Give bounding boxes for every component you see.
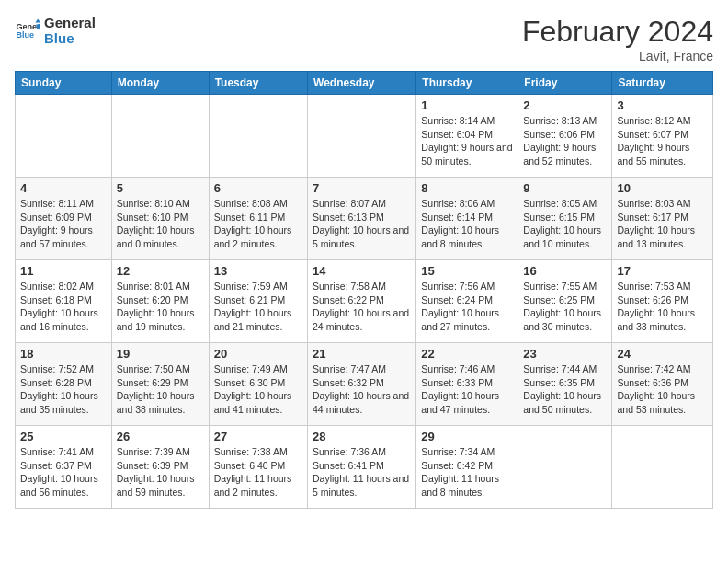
day-cell: 15Sunrise: 7:56 AMSunset: 6:24 PMDayligh… — [416, 260, 518, 343]
day-cell — [612, 426, 713, 509]
day-number: 19 — [117, 347, 204, 361]
calendar-table: SundayMondayTuesdayWednesdayThursdayFrid… — [15, 71, 713, 509]
day-cell — [518, 426, 612, 509]
day-info: Sunrise: 7:50 AMSunset: 6:29 PMDaylight:… — [117, 362, 204, 417]
day-info: Sunrise: 8:07 AMSunset: 6:13 PMDaylight:… — [313, 197, 411, 251]
day-info: Sunrise: 7:46 AMSunset: 6:33 PMDaylight:… — [421, 362, 513, 417]
day-info: Sunrise: 7:39 AMSunset: 6:39 PMDaylight:… — [117, 445, 204, 500]
week-row-4: 18Sunrise: 7:52 AMSunset: 6:28 PMDayligh… — [16, 343, 713, 426]
day-info: Sunrise: 8:12 AMSunset: 6:07 PMDaylight:… — [617, 114, 708, 168]
day-number: 24 — [617, 347, 708, 361]
day-info: Sunrise: 7:58 AMSunset: 6:22 PMDaylight:… — [313, 280, 411, 334]
day-number: 17 — [617, 264, 708, 278]
day-number: 5 — [117, 181, 204, 195]
day-cell: 12Sunrise: 8:01 AMSunset: 6:20 PMDayligh… — [111, 260, 209, 343]
column-header-wednesday: Wednesday — [308, 72, 416, 95]
day-cell: 28Sunrise: 7:36 AMSunset: 6:41 PMDayligh… — [308, 426, 416, 509]
day-cell: 16Sunrise: 7:55 AMSunset: 6:25 PMDayligh… — [518, 260, 612, 343]
day-info: Sunrise: 8:06 AMSunset: 6:14 PMDaylight:… — [421, 197, 513, 251]
day-cell: 9Sunrise: 8:05 AMSunset: 6:15 PMDaylight… — [518, 178, 612, 260]
day-info: Sunrise: 8:10 AMSunset: 6:10 PMDaylight:… — [117, 197, 204, 251]
day-number: 10 — [617, 181, 708, 195]
day-number: 26 — [117, 430, 204, 443]
day-number: 23 — [523, 347, 607, 361]
day-info: Sunrise: 7:49 AMSunset: 6:30 PMDaylight:… — [214, 362, 302, 417]
day-number: 11 — [20, 264, 107, 278]
day-cell: 5Sunrise: 8:10 AMSunset: 6:10 PMDaylight… — [111, 178, 209, 260]
column-header-saturday: Saturday — [612, 72, 713, 95]
day-cell: 21Sunrise: 7:47 AMSunset: 6:32 PMDayligh… — [308, 343, 416, 426]
logo: General Blue General Blue — [15, 15, 96, 46]
day-info: Sunrise: 7:47 AMSunset: 6:32 PMDaylight:… — [313, 362, 411, 417]
day-cell: 22Sunrise: 7:46 AMSunset: 6:33 PMDayligh… — [416, 343, 518, 426]
day-cell: 11Sunrise: 8:02 AMSunset: 6:18 PMDayligh… — [16, 260, 112, 343]
day-cell: 14Sunrise: 7:58 AMSunset: 6:22 PMDayligh… — [308, 260, 416, 343]
day-number: 20 — [214, 347, 302, 361]
day-cell — [308, 95, 416, 178]
day-number: 28 — [313, 430, 411, 443]
day-cell: 20Sunrise: 7:49 AMSunset: 6:30 PMDayligh… — [209, 343, 307, 426]
logo-blue-text: Blue — [44, 30, 96, 46]
day-number: 15 — [421, 264, 513, 278]
calendar-header: SundayMondayTuesdayWednesdayThursdayFrid… — [16, 72, 713, 95]
day-cell: 6Sunrise: 8:08 AMSunset: 6:11 PMDaylight… — [209, 178, 307, 260]
day-cell: 29Sunrise: 7:34 AMSunset: 6:42 PMDayligh… — [416, 426, 518, 509]
day-number: 8 — [421, 181, 513, 195]
day-info: Sunrise: 8:05 AMSunset: 6:15 PMDaylight:… — [523, 197, 607, 251]
day-number: 2 — [523, 98, 607, 112]
day-info: Sunrise: 8:13 AMSunset: 6:06 PMDaylight:… — [523, 114, 607, 168]
day-number: 25 — [20, 430, 107, 443]
day-info: Sunrise: 8:14 AMSunset: 6:04 PMDaylight:… — [421, 114, 513, 168]
day-cell: 26Sunrise: 7:39 AMSunset: 6:39 PMDayligh… — [111, 426, 209, 509]
week-row-5: 25Sunrise: 7:41 AMSunset: 6:37 PMDayligh… — [16, 426, 713, 509]
day-info: Sunrise: 7:52 AMSunset: 6:28 PMDaylight:… — [20, 362, 107, 417]
day-number: 13 — [214, 264, 302, 278]
day-info: Sunrise: 7:42 AMSunset: 6:36 PMDaylight:… — [617, 362, 708, 417]
day-number: 22 — [421, 347, 513, 361]
day-number: 16 — [523, 264, 607, 278]
day-info: Sunrise: 7:34 AMSunset: 6:42 PMDaylight:… — [421, 445, 513, 500]
day-cell: 8Sunrise: 8:06 AMSunset: 6:14 PMDaylight… — [416, 178, 518, 260]
week-row-2: 4Sunrise: 8:11 AMSunset: 6:09 PMDaylight… — [16, 178, 713, 260]
week-row-3: 11Sunrise: 8:02 AMSunset: 6:18 PMDayligh… — [16, 260, 713, 343]
day-info: Sunrise: 8:01 AMSunset: 6:20 PMDaylight:… — [117, 280, 204, 334]
logo-general-text: General — [44, 15, 96, 30]
month-title: February 2024 — [522, 15, 713, 49]
day-info: Sunrise: 7:44 AMSunset: 6:35 PMDaylight:… — [523, 362, 607, 417]
day-info: Sunrise: 8:03 AMSunset: 6:17 PMDaylight:… — [617, 197, 708, 251]
page-header: General Blue General Blue February 2024 … — [15, 15, 713, 63]
day-cell: 13Sunrise: 7:59 AMSunset: 6:21 PMDayligh… — [209, 260, 307, 343]
day-info: Sunrise: 8:11 AMSunset: 6:09 PMDaylight:… — [20, 197, 107, 251]
day-info: Sunrise: 8:02 AMSunset: 6:18 PMDaylight:… — [20, 280, 107, 334]
column-header-sunday: Sunday — [16, 72, 112, 95]
svg-marker-2 — [35, 18, 40, 22]
day-info: Sunrise: 7:53 AMSunset: 6:26 PMDaylight:… — [617, 280, 708, 334]
day-cell: 2Sunrise: 8:13 AMSunset: 6:06 PMDaylight… — [518, 95, 612, 178]
day-number: 7 — [313, 181, 411, 195]
day-cell — [16, 95, 112, 178]
day-cell — [209, 95, 307, 178]
day-info: Sunrise: 7:38 AMSunset: 6:40 PMDaylight:… — [214, 445, 302, 500]
day-cell: 19Sunrise: 7:50 AMSunset: 6:29 PMDayligh… — [111, 343, 209, 426]
day-number: 3 — [617, 98, 708, 112]
day-info: Sunrise: 7:55 AMSunset: 6:25 PMDaylight:… — [523, 280, 607, 334]
svg-text:Blue: Blue — [16, 30, 34, 40]
day-number: 6 — [214, 181, 302, 195]
day-info: Sunrise: 7:56 AMSunset: 6:24 PMDaylight:… — [421, 280, 513, 334]
day-cell: 27Sunrise: 7:38 AMSunset: 6:40 PMDayligh… — [209, 426, 307, 509]
day-cell: 1Sunrise: 8:14 AMSunset: 6:04 PMDaylight… — [416, 95, 518, 178]
day-info: Sunrise: 7:36 AMSunset: 6:41 PMDaylight:… — [313, 445, 411, 500]
day-number: 1 — [421, 98, 513, 112]
day-info: Sunrise: 7:41 AMSunset: 6:37 PMDaylight:… — [20, 445, 107, 500]
day-cell: 18Sunrise: 7:52 AMSunset: 6:28 PMDayligh… — [16, 343, 112, 426]
day-number: 21 — [313, 347, 411, 361]
day-number: 18 — [20, 347, 107, 361]
day-cell: 25Sunrise: 7:41 AMSunset: 6:37 PMDayligh… — [16, 426, 112, 509]
day-info: Sunrise: 7:59 AMSunset: 6:21 PMDaylight:… — [214, 280, 302, 334]
day-info: Sunrise: 8:08 AMSunset: 6:11 PMDaylight:… — [214, 197, 302, 251]
day-cell: 7Sunrise: 8:07 AMSunset: 6:13 PMDaylight… — [308, 178, 416, 260]
calendar-body: 1Sunrise: 8:14 AMSunset: 6:04 PMDaylight… — [16, 95, 713, 509]
day-cell: 3Sunrise: 8:12 AMSunset: 6:07 PMDaylight… — [612, 95, 713, 178]
day-number: 27 — [214, 430, 302, 443]
day-number: 12 — [117, 264, 204, 278]
